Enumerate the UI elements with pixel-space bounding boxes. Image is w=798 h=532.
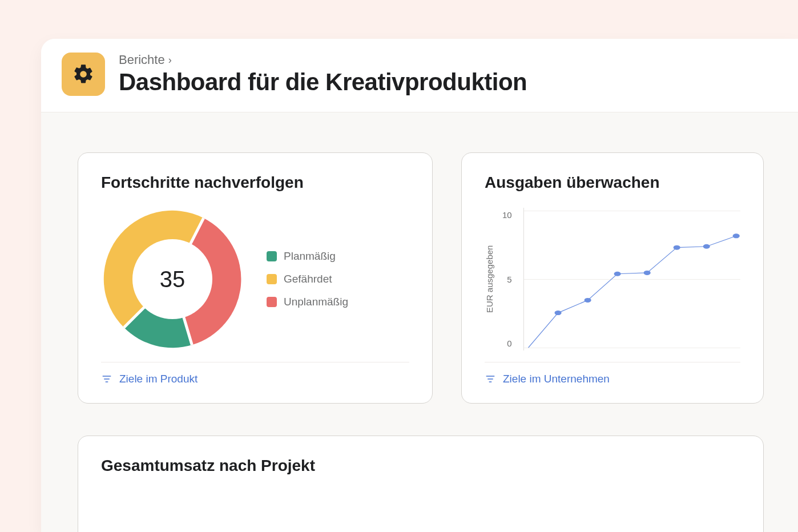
card-progress: Fortschritte nachverfolgen — [78, 152, 433, 404]
app-header: Berichte › Dashboard für die Kreativprod… — [41, 39, 798, 112]
legend-label: Unplanmäßig — [284, 296, 348, 308]
svg-point-8 — [673, 245, 680, 250]
card-spending-title: Ausgaben überwachen — [485, 174, 740, 192]
app-window: Berichte › Dashboard für die Kreativprod… — [41, 39, 798, 532]
card-progress-title: Fortschritte nachverfolgen — [101, 174, 409, 192]
legend-label: Gefährdet — [284, 273, 332, 285]
svg-point-5 — [584, 298, 591, 303]
swatch-yellow — [267, 274, 277, 284]
y-tick: 10 — [502, 210, 512, 220]
chevron-right-icon: › — [168, 54, 172, 66]
swatch-red — [267, 297, 277, 307]
y-axis-ticks: 10 5 0 — [502, 208, 515, 350]
svg-point-6 — [614, 272, 620, 276]
donut-legend: Planmäßig Gefährdet Unplanmäßig — [267, 250, 348, 308]
donut-center-value: 35 — [101, 208, 244, 350]
y-axis-label: EUR ausgegeben — [485, 208, 494, 350]
line-chart — [523, 208, 740, 350]
y-tick: 0 — [502, 338, 512, 348]
filter-icon — [101, 373, 112, 385]
swatch-green — [267, 251, 277, 261]
legend-item-unplanmaessig: Unplanmäßig — [267, 296, 348, 308]
filter-label: Ziele im Produkt — [119, 373, 198, 385]
y-tick: 5 — [502, 275, 512, 284]
svg-point-9 — [703, 244, 710, 249]
gear-icon — [62, 53, 105, 96]
filter-link-progress[interactable]: Ziele im Produkt — [101, 373, 198, 385]
legend-item-planmaessig: Planmäßig — [267, 250, 348, 263]
filter-icon — [485, 373, 496, 385]
card-spending: Ausgaben überwachen EUR ausgegeben 10 5 … — [461, 152, 764, 404]
card-revenue: Gesamtumsatz nach Projekt — [78, 436, 764, 532]
breadcrumb-root[interactable]: Berichte — [119, 53, 165, 67]
svg-point-4 — [554, 311, 561, 315]
page-title: Dashboard für die Kreativproduktion — [119, 68, 527, 96]
card-revenue-title: Gesamtumsatz nach Projekt — [101, 457, 740, 475]
donut-chart: 35 — [101, 208, 244, 350]
svg-point-10 — [732, 233, 739, 238]
breadcrumb[interactable]: Berichte › — [119, 53, 527, 67]
filter-label: Ziele im Unternehmen — [503, 373, 610, 385]
legend-item-gefaehrdet: Gefährdet — [267, 273, 348, 285]
legend-label: Planmäßig — [284, 250, 336, 263]
svg-point-7 — [643, 271, 650, 275]
filter-link-spending[interactable]: Ziele im Unternehmen — [485, 373, 610, 385]
